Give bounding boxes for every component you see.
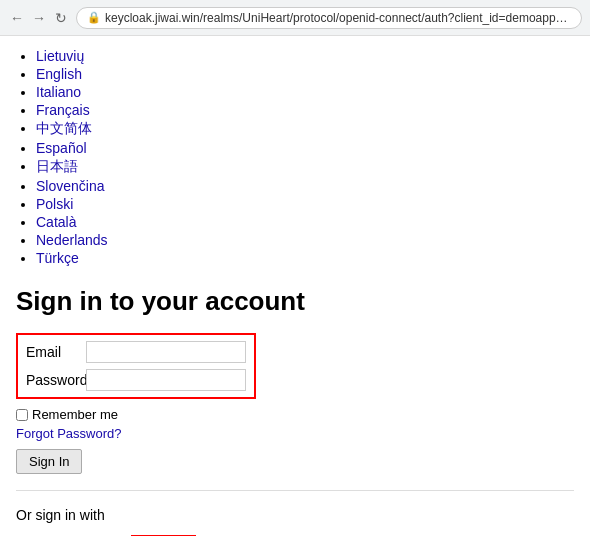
list-item: Polski (36, 196, 574, 212)
browser-controls: ← → ↻ (8, 9, 70, 27)
password-input[interactable] (86, 369, 246, 391)
browser-toolbar: ← → ↻ 🔒 keycloak.jiwai.win/realms/UniHea… (0, 0, 590, 36)
language-link-lietuviu[interactable]: Lietuvių (36, 48, 84, 64)
language-list: Lietuvių English Italiano Français 中文简体 … (16, 48, 574, 266)
list-item: 日本語 (36, 158, 574, 176)
login-form-box: Email Password (16, 333, 256, 399)
or-sign-in-text: Or sign in with (16, 507, 574, 523)
list-item: Lietuvių (36, 48, 574, 64)
language-link-espanol[interactable]: Español (36, 140, 87, 156)
forward-button[interactable]: → (30, 9, 48, 27)
remember-checkbox[interactable] (16, 409, 28, 421)
page-title: Sign in to your account (16, 286, 574, 317)
page-content: Lietuvių English Italiano Français 中文简体 … (0, 36, 590, 536)
language-link-catala[interactable]: Català (36, 214, 76, 230)
list-item: Nederlands (36, 232, 574, 248)
address-bar[interactable]: 🔒 keycloak.jiwai.win/realms/UniHeart/pro… (76, 7, 582, 29)
list-item: Italiano (36, 84, 574, 100)
language-link-turkce[interactable]: Türkçe (36, 250, 79, 266)
email-row: Email (26, 341, 246, 363)
language-link-polski[interactable]: Polski (36, 196, 73, 212)
back-button[interactable]: ← (8, 9, 26, 27)
remember-label: Remember me (32, 407, 118, 422)
list-item: Slovenčina (36, 178, 574, 194)
password-label: Password (26, 372, 86, 388)
forgot-password-link[interactable]: Forgot Password? (16, 426, 574, 441)
sign-in-button[interactable]: Sign In (16, 449, 82, 474)
language-link-chinese[interactable]: 中文简体 (36, 120, 92, 136)
language-link-italiano[interactable]: Italiano (36, 84, 81, 100)
list-item: Español (36, 140, 574, 156)
email-input[interactable] (86, 341, 246, 363)
url-text: keycloak.jiwai.win/realms/UniHeart/proto… (105, 11, 571, 25)
list-item: Türkçe (36, 250, 574, 266)
divider (16, 490, 574, 491)
remember-row: Remember me (16, 407, 574, 422)
lock-icon: 🔒 (87, 11, 101, 24)
language-link-francais[interactable]: Français (36, 102, 90, 118)
list-item: 中文简体 (36, 120, 574, 138)
list-item: English (36, 66, 574, 82)
list-item: Català (36, 214, 574, 230)
email-label: Email (26, 344, 86, 360)
language-link-japanese[interactable]: 日本語 (36, 158, 78, 174)
language-link-english[interactable]: English (36, 66, 82, 82)
list-item: Français (36, 102, 574, 118)
password-row: Password (26, 369, 246, 391)
language-link-slovencina[interactable]: Slovenčina (36, 178, 105, 194)
refresh-button[interactable]: ↻ (52, 9, 70, 27)
language-link-nederlands[interactable]: Nederlands (36, 232, 108, 248)
